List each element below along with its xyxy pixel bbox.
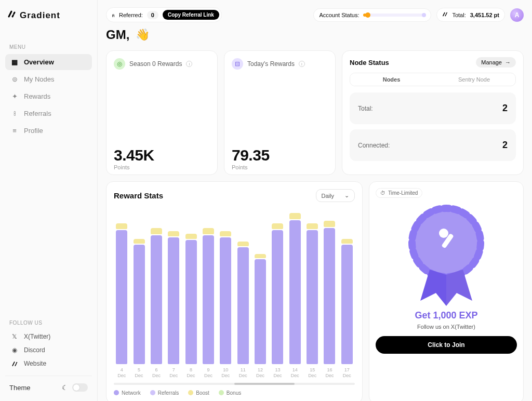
bar-label: 11Dec xyxy=(239,367,247,379)
referred-count: 0 xyxy=(147,11,158,19)
today-rewards-card: ⊟ Today's Rewards i 79.35 Points xyxy=(224,50,336,175)
total-label: Total: xyxy=(452,12,466,18)
bar-label: 6Dec xyxy=(152,367,161,379)
range-select[interactable]: Daily ⌄ xyxy=(316,189,355,202)
web-icon xyxy=(10,360,19,367)
time-limited-tag: ⏱ Time-Limited xyxy=(376,188,422,198)
card-title: Season 0 Rewards xyxy=(129,60,182,68)
settings-icon: ≡ xyxy=(10,127,19,135)
bar-column[interactable]: 13Dec xyxy=(271,208,284,379)
cylinder-icon: ⊟ xyxy=(232,58,243,70)
bar-column[interactable]: 4Dec xyxy=(115,208,128,379)
follow-twitter[interactable]: 𝕏 X(Twitter) xyxy=(5,330,92,343)
bolt-icon xyxy=(442,11,448,18)
svg-point-2 xyxy=(439,229,448,238)
theme-row: Theme ☾ xyxy=(5,376,92,395)
chart-legend: Network Referrals Boost Bonus xyxy=(114,390,355,396)
bar-label: 4Dec xyxy=(117,367,126,379)
row-key: Connected: xyxy=(358,142,390,149)
promo-tag-label: Time-Limited xyxy=(388,190,418,196)
sidebar: Gradient MENU ▦ Overview ⊚ My Nodes ✦ Re… xyxy=(0,0,98,401)
bar-label: 9Dec xyxy=(204,367,212,379)
row-value: 2 xyxy=(502,103,508,114)
nav-label: My Nodes xyxy=(24,75,55,83)
nav-my-nodes[interactable]: ⊚ My Nodes xyxy=(5,71,92,87)
status-row-total: Total: 2 xyxy=(350,92,516,124)
node-status-title: Node Status xyxy=(350,59,389,66)
bar-column[interactable]: 14Dec xyxy=(288,208,302,379)
coin-icon: ◎ xyxy=(114,58,125,70)
info-icon[interactable]: i xyxy=(186,61,192,67)
bar-column[interactable]: 11Dec xyxy=(236,208,250,379)
promo-title: Get 1,000 EXP xyxy=(415,310,477,321)
chart-title: Reward Stats xyxy=(114,191,163,200)
bar-column[interactable]: 16Dec xyxy=(323,208,336,379)
manage-button[interactable]: Manage → xyxy=(476,57,516,68)
legend-network: Network xyxy=(122,390,141,396)
legend-boost: Boost xyxy=(196,390,209,396)
copy-referral-button[interactable]: Copy Referral Link xyxy=(163,10,219,20)
nav-label: Profile xyxy=(24,127,43,135)
theme-toggle[interactable] xyxy=(72,383,88,392)
chart-scrollbar[interactable] xyxy=(114,383,355,385)
bar-column[interactable]: 12Dec xyxy=(254,208,267,379)
row-key: Total: xyxy=(358,105,373,112)
total-value: 3,451.52 pt xyxy=(470,12,499,18)
bar-column[interactable]: 9Dec xyxy=(202,208,215,379)
follow-discord[interactable]: ◉ Discord xyxy=(5,343,92,357)
main-content: ⩀ Referred: 0 Copy Referral Link Account… xyxy=(98,0,532,401)
chevron-down-icon: ⌄ xyxy=(344,192,349,199)
follow-website[interactable]: Website xyxy=(5,357,92,370)
bar-label: 15Dec xyxy=(308,367,316,379)
nav-overview[interactable]: ▦ Overview xyxy=(5,54,92,70)
tab-sentry[interactable]: Sentry Node xyxy=(433,73,515,86)
promo-subtitle: Follow us on X(Twitter) xyxy=(417,324,475,330)
brand-logo[interactable]: Gradient xyxy=(5,9,92,21)
row-value: 2 xyxy=(502,140,508,151)
follow-section-label: FOLLOW US xyxy=(9,320,92,326)
join-button[interactable]: Click to Join xyxy=(376,336,517,354)
bar-column[interactable]: 7Dec xyxy=(167,208,180,379)
today-unit: Points xyxy=(232,164,328,170)
topbar: ⩀ Referred: 0 Copy Referral Link Account… xyxy=(106,7,524,22)
legend-bonus: Bonus xyxy=(227,390,241,396)
promo-card: ⏱ Time-Limited xyxy=(369,181,524,401)
brand-icon xyxy=(7,9,17,21)
season-rewards-card: ◎ Season 0 Rewards i 3.45K Points xyxy=(106,50,218,175)
bar-column[interactable]: 8Dec xyxy=(184,208,197,379)
node-status-tabs: Nodes Sentry Node xyxy=(350,73,516,86)
avatar-initial: A xyxy=(515,11,520,19)
bar-column[interactable]: 10Dec xyxy=(219,208,232,379)
wave-icon: 👋 xyxy=(136,28,150,42)
greeting: GM, 👋 xyxy=(106,28,524,42)
nav-rewards[interactable]: ✦ Rewards xyxy=(5,88,92,104)
manage-label: Manage xyxy=(481,59,502,65)
grid-icon: ▦ xyxy=(10,58,19,66)
bar-column[interactable]: 6Dec xyxy=(150,208,163,379)
tab-nodes[interactable]: Nodes xyxy=(350,73,433,86)
theme-label: Theme xyxy=(9,384,30,392)
referred-label: Referred: xyxy=(119,12,143,18)
nav-profile[interactable]: ≡ Profile xyxy=(5,123,92,139)
bar-column[interactable]: 17Dec xyxy=(340,208,354,379)
today-value: 79.35 xyxy=(232,146,328,164)
nav-label: Rewards xyxy=(24,92,50,100)
account-status-pill[interactable]: Account Status: xyxy=(313,8,431,22)
bar-column[interactable]: 5Dec xyxy=(132,208,145,379)
nav-referrals[interactable]: ⩉ Referrals xyxy=(5,105,92,122)
node-status-card: Node Status Manage → Nodes Sentry Node T… xyxy=(342,50,524,175)
follow-label-text: Discord xyxy=(24,346,45,354)
timer-icon: ⏱ xyxy=(380,190,385,196)
info-icon[interactable]: i xyxy=(299,61,305,67)
bar-label: 7Dec xyxy=(169,367,178,379)
bar-column[interactable]: 15Dec xyxy=(305,208,319,379)
user-icon: ⩀ xyxy=(112,12,115,18)
total-points-pill[interactable]: Total: 3,451.52 pt xyxy=(436,8,505,22)
reward-stats-card: Reward Stats Daily ⌄ 4Dec5Dec6Dec7Dec8De… xyxy=(106,181,363,401)
avatar[interactable]: A xyxy=(510,8,524,22)
greeting-text: GM, xyxy=(106,28,129,42)
bar-label: 16Dec xyxy=(325,367,334,379)
nodes-icon: ⊚ xyxy=(10,75,19,83)
bar-label: 8Dec xyxy=(187,367,195,379)
chart-body: 4Dec5Dec6Dec7Dec8Dec9Dec10Dec11Dec12Dec1… xyxy=(114,206,355,379)
